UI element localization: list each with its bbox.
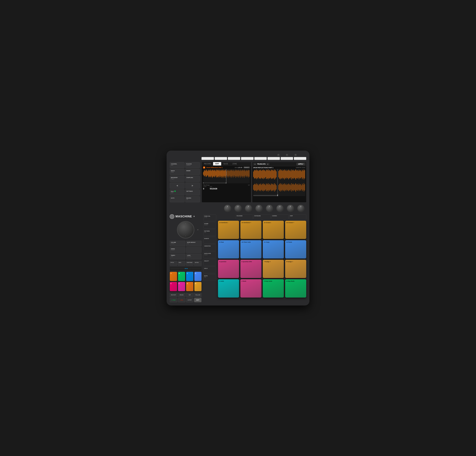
apply-button[interactable]: APPLY xyxy=(296,163,305,166)
macro-btn[interactable]: MACRO Set xyxy=(185,196,200,202)
transport-btn-erase[interactable]: ERASE xyxy=(178,293,185,297)
top-knob-2[interactable] xyxy=(286,154,288,156)
settings-btn[interactable]: SETTINGS xyxy=(185,189,200,195)
pad-1[interactable]: 1 Undo xyxy=(218,279,239,298)
main-encoder[interactable] xyxy=(177,221,194,238)
top-knob-1[interactable] xyxy=(277,154,280,156)
section-btn-duplicate[interactable]: DUPLICATEDouble xyxy=(204,252,216,258)
mod-btn[interactable]: MOD xyxy=(178,261,185,266)
pad-3[interactable]: 3 Step Undo xyxy=(263,279,284,298)
section-btn-select[interactable]: SELECT xyxy=(204,259,216,266)
svg-rect-44 xyxy=(225,170,226,178)
encoder-6[interactable] xyxy=(276,204,284,212)
func-btn-4[interactable] xyxy=(241,157,253,160)
top-knobs-row xyxy=(170,154,306,156)
channel-btn[interactable]: CHANNEL MIDI xyxy=(170,162,185,168)
top-knob-3[interactable] xyxy=(295,154,297,156)
notes-btn[interactable]: NOTES xyxy=(194,261,202,266)
transport-btn-follow[interactable]: FOLLOW xyxy=(194,293,202,297)
svg-rect-102 xyxy=(258,171,259,177)
svg-rect-188 xyxy=(279,185,279,190)
scene-pad-d[interactable]: D xyxy=(194,272,202,281)
pad-15[interactable]: 15 Octave - xyxy=(263,221,284,239)
browser-btn[interactable]: BROWSER Plug-in xyxy=(170,176,185,182)
encoder-4[interactable] xyxy=(255,204,263,212)
volume-ctrl[interactable]: VOLUME Velocity xyxy=(170,241,185,246)
func-btn-7[interactable] xyxy=(281,157,293,160)
svg-rect-140 xyxy=(290,170,290,179)
encoder-7[interactable] xyxy=(287,204,294,212)
swing-ctrl[interactable]: SWING Position xyxy=(170,247,185,253)
func-btn-1[interactable] xyxy=(202,157,214,160)
encoder-2[interactable] xyxy=(234,204,242,212)
func-btn-2[interactable] xyxy=(215,157,227,160)
truncate-next-btn[interactable]: ► xyxy=(266,163,269,165)
section-btn-fixedvel[interactable]: FIXED VEL16 Vel xyxy=(204,214,216,221)
section-btn-scene[interactable]: SCENESection xyxy=(204,222,216,228)
ideas-btn[interactable]: IDEAS Song xyxy=(170,169,185,175)
tab-zone[interactable]: ZONE xyxy=(230,162,239,166)
sampling-btn[interactable]: SAMPLING xyxy=(185,176,200,182)
pad-13[interactable]: 13 Semitone - xyxy=(218,221,239,239)
scene-pad-e[interactable]: E xyxy=(170,282,177,291)
tab-record[interactable]: RECORD xyxy=(202,162,213,166)
section-btn-variation[interactable]: VARIATION xyxy=(204,244,216,251)
pitch-btn[interactable]: PITCH xyxy=(170,261,177,266)
pad-2[interactable]: 2 Redo xyxy=(240,279,262,298)
nav-right-btn[interactable]: ► xyxy=(185,183,200,189)
plugin-btn[interactable]: PLUG-IN Instance xyxy=(185,162,200,168)
pad-5[interactable]: 5 Quantize xyxy=(218,260,239,278)
pad-mode-btn-padmode[interactable]: PAD MODE xyxy=(236,214,253,219)
nav-left-btn[interactable]: ◄ xyxy=(170,183,185,189)
transport-btn-tap[interactable]: TAP xyxy=(186,293,193,297)
perform-btn[interactable]: PERFORM xyxy=(186,261,193,266)
pad-11[interactable]: 11 Copy xyxy=(263,240,284,258)
svg-rect-41 xyxy=(224,171,224,176)
pad-8[interactable]: 8 Nudge > xyxy=(285,260,306,278)
pad-mode-btn-step[interactable]: STEP xyxy=(289,214,306,219)
transport-btn-play[interactable]: ► PLAY xyxy=(170,298,177,302)
svg-rect-46 xyxy=(226,171,227,175)
transport-btn-restart[interactable]: RESTART xyxy=(170,293,177,297)
transport-btn-stop[interactable]: ■ STOP xyxy=(186,298,193,302)
section-btn-solo[interactable]: SOLO xyxy=(204,267,216,273)
pad-14[interactable]: 14 Semitone + xyxy=(240,221,262,239)
mixer-btn[interactable]: MIXER xyxy=(185,169,200,175)
note-repeat-ctrl[interactable]: NOTE REPEAT Arp xyxy=(186,241,202,246)
scene-pad-c[interactable]: C xyxy=(186,272,193,281)
scene-pad-g[interactable]: G xyxy=(186,282,193,291)
pad-16[interactable]: 16 Octave + xyxy=(285,221,306,239)
section-btn-pattern[interactable]: PATTERNPad xyxy=(204,229,216,236)
tab-slice[interactable]: SLICE xyxy=(221,162,230,166)
transport-btn-shift[interactable]: SHIFT xyxy=(194,298,202,302)
auto-btn[interactable]: AUTO xyxy=(170,196,185,202)
func-btn-3[interactable] xyxy=(228,157,240,160)
tempo-ctrl[interactable]: TEMPO Tune xyxy=(170,254,185,259)
pad-6[interactable]: 6 Quantize 50% xyxy=(240,260,262,278)
transport-btn-rec[interactable]: ● REC xyxy=(178,298,185,302)
section-btn-mute[interactable]: MUTEPad xyxy=(204,274,216,281)
pad-9[interactable]: 9 Clear xyxy=(218,240,239,258)
pad-4[interactable]: 4 Step Redo xyxy=(285,279,306,298)
pad-10[interactable]: 10 Clear Auto xyxy=(240,240,262,258)
encoder-3[interactable] xyxy=(245,204,252,212)
pad-7[interactable]: 7 Nudge < xyxy=(263,260,284,278)
scene-pad-a[interactable]: A xyxy=(170,272,177,281)
func-btn-5[interactable] xyxy=(254,157,267,160)
func-btn-8[interactable] xyxy=(294,157,306,160)
pad-mode-btn-keyboard[interactable]: KEYBOARD xyxy=(254,214,271,219)
scene-pad-h[interactable]: H xyxy=(194,282,202,291)
pad-12[interactable]: 12 Paste xyxy=(285,240,306,258)
file-btn[interactable]: FILE Save xyxy=(170,189,185,195)
func-btn-6[interactable] xyxy=(268,157,280,160)
pad-mode-btn-chords[interactable]: CHORDS xyxy=(271,214,289,219)
section-btn-events[interactable]: EVENTS xyxy=(204,237,216,243)
scene-pad-b[interactable]: B xyxy=(178,272,185,281)
encoder-1[interactable] xyxy=(224,204,231,212)
lock-ctrl[interactable]: LOCK Ext.Lock xyxy=(186,254,202,259)
scene-pad-f[interactable]: F xyxy=(178,282,185,291)
truncate-prev-btn[interactable]: ◄ xyxy=(253,163,256,165)
tab-edit[interactable]: EDIT xyxy=(213,162,221,166)
encoder-8[interactable] xyxy=(297,204,305,212)
encoder-5[interactable] xyxy=(266,204,273,212)
